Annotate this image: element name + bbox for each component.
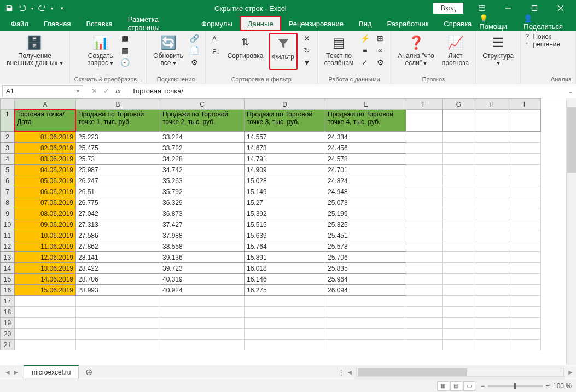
cell-A5[interactable]: 04.06.2019: [15, 165, 76, 175]
text-to-columns-button[interactable]: ▤Текст постолбцам: [322, 33, 356, 70]
tab-layout[interactable]: Разметка страницы: [120, 16, 194, 31]
tab-developer[interactable]: Разработчик: [380, 16, 437, 31]
cell-D19[interactable]: [245, 318, 325, 329]
cell-E19[interactable]: [325, 318, 406, 329]
cell-I16[interactable]: [508, 285, 541, 296]
cell-F7[interactable]: [406, 186, 443, 197]
cell-C14[interactable]: 39.723: [160, 263, 245, 274]
cell-C11[interactable]: 37.988: [160, 230, 245, 241]
cell-H3[interactable]: [475, 143, 508, 154]
page-layout-button[interactable]: ▤: [450, 381, 462, 391]
col-header-A[interactable]: A: [15, 99, 76, 110]
zoom-slider[interactable]: [488, 385, 543, 387]
undo-button[interactable]: [16, 2, 28, 14]
cell-G16[interactable]: [443, 285, 475, 296]
remove-dup-button[interactable]: ≡: [359, 45, 371, 56]
row-header-5[interactable]: 5: [1, 165, 15, 175]
normal-view-button[interactable]: ▦: [437, 381, 449, 391]
cell-C3[interactable]: 33.722: [160, 143, 245, 154]
cell-B13[interactable]: 28.141: [76, 252, 160, 263]
cell-G7[interactable]: [443, 186, 475, 197]
cell-A18[interactable]: [15, 307, 76, 318]
cell-E14[interactable]: 25.835: [325, 263, 406, 274]
cell-E2[interactable]: 24.334: [325, 132, 406, 143]
row-header-20[interactable]: 20: [1, 329, 15, 340]
outline-button[interactable]: ☰Структура▾: [480, 33, 516, 70]
cell-B4[interactable]: 25.73: [76, 154, 160, 165]
cell-D20[interactable]: [245, 329, 325, 340]
row-header-19[interactable]: 19: [1, 318, 15, 329]
cell-A7[interactable]: 06.06.2019: [15, 186, 76, 197]
cell-G20[interactable]: [443, 329, 475, 340]
cell-C4[interactable]: 34.228: [160, 154, 245, 165]
tab-home[interactable]: Главная: [36, 16, 78, 31]
cell-E9[interactable]: 25.199: [325, 208, 406, 219]
cell-G17[interactable]: [443, 296, 475, 307]
redo-more-icon[interactable]: ▾: [49, 2, 55, 14]
cell-A10[interactable]: 09.06.2019: [15, 219, 76, 230]
cell-D14[interactable]: 16.018: [245, 263, 325, 274]
cell-D1[interactable]: Продажи по Торговой точке 3, тыс. руб.: [245, 110, 325, 132]
row-header-9[interactable]: 9: [1, 208, 15, 219]
cell-I18[interactable]: [508, 307, 541, 318]
cell-G15[interactable]: [443, 274, 475, 285]
cell-D8[interactable]: 15.27: [245, 197, 325, 208]
cell-E8[interactable]: 25.073: [325, 197, 406, 208]
select-all-cell[interactable]: [1, 99, 15, 110]
cell-H2[interactable]: [475, 132, 508, 143]
cell-C20[interactable]: [160, 329, 245, 340]
cell-F15[interactable]: [406, 274, 443, 285]
cell-D12[interactable]: 15.764: [245, 241, 325, 252]
cell-B12[interactable]: 27.862: [76, 241, 160, 252]
col-header-D[interactable]: D: [245, 99, 325, 110]
cell-B7[interactable]: 26.51: [76, 186, 160, 197]
advanced-filter-button[interactable]: ▼: [301, 57, 313, 68]
cell-A15[interactable]: 14.06.2019: [15, 274, 76, 285]
cell-H18[interactable]: [475, 307, 508, 318]
cell-I17[interactable]: [508, 296, 541, 307]
cell-I3[interactable]: [508, 143, 541, 154]
cell-F6[interactable]: [406, 175, 443, 186]
tell-me-button[interactable]: 💡Помощи: [479, 14, 514, 31]
cell-C10[interactable]: 37.427: [160, 219, 245, 230]
cell-D16[interactable]: 16.275: [245, 285, 325, 296]
cell-I9[interactable]: [508, 208, 541, 219]
cell-B2[interactable]: 25.223: [76, 132, 160, 143]
cell-G4[interactable]: [443, 154, 475, 165]
cell-H19[interactable]: [475, 318, 508, 329]
cell-D13[interactable]: 15.891: [245, 252, 325, 263]
cell-I5[interactable]: [508, 165, 541, 175]
col-header-H[interactable]: H: [475, 99, 508, 110]
sort-button[interactable]: ⇅Сортировка: [225, 33, 266, 70]
cell-E20[interactable]: [325, 329, 406, 340]
cell-F19[interactable]: [406, 318, 443, 329]
col-header-C[interactable]: C: [160, 99, 245, 110]
recent-sources-button[interactable]: 🕘: [119, 57, 131, 68]
cell-G2[interactable]: [443, 132, 475, 143]
cell-E17[interactable]: [325, 296, 406, 307]
cell-G9[interactable]: [443, 208, 475, 219]
cell-B17[interactable]: [76, 296, 160, 307]
cancel-formula-button[interactable]: ✕: [89, 86, 100, 97]
cell-G18[interactable]: [443, 307, 475, 318]
cell-E11[interactable]: 25.451: [325, 230, 406, 241]
cell-B5[interactable]: 25.987: [76, 165, 160, 175]
cell-E4[interactable]: 24.578: [325, 154, 406, 165]
cell-G1[interactable]: [443, 110, 475, 132]
cell-C15[interactable]: 40.319: [160, 274, 245, 285]
cell-I10[interactable]: [508, 219, 541, 230]
cell-D4[interactable]: 14.791: [245, 154, 325, 165]
cell-F21[interactable]: [406, 340, 443, 350]
page-break-button[interactable]: ▭: [463, 381, 475, 391]
tab-file[interactable]: Файл: [3, 16, 36, 31]
cell-D3[interactable]: 14.673: [245, 143, 325, 154]
horizontal-scrollbar[interactable]: ⋮ ◄ ►: [95, 368, 576, 377]
cell-B18[interactable]: [76, 307, 160, 318]
col-header-G[interactable]: G: [443, 99, 475, 110]
cell-E3[interactable]: 24.456: [325, 143, 406, 154]
cell-G6[interactable]: [443, 175, 475, 186]
cell-H6[interactable]: [475, 175, 508, 186]
cell-I14[interactable]: [508, 263, 541, 274]
row-header-6[interactable]: 6: [1, 175, 15, 186]
cell-E18[interactable]: [325, 307, 406, 318]
